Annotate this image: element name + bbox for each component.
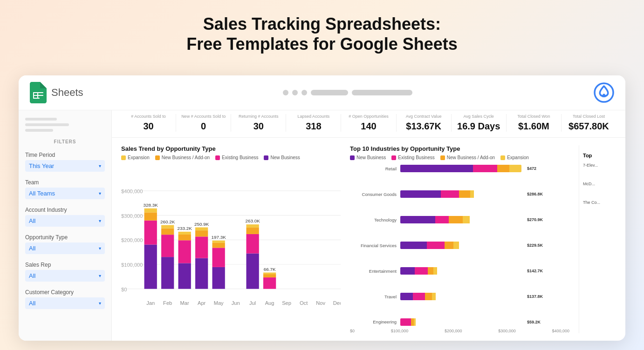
svg-text:Jan: Jan bbox=[146, 301, 155, 306]
hbar-segment-2-0 bbox=[400, 216, 435, 223]
filters-label: FILTERS bbox=[25, 139, 105, 144]
svg-text:Apr: Apr bbox=[198, 301, 206, 306]
hbar-segment-1-2 bbox=[459, 190, 470, 198]
hbar-legend-color-0 bbox=[350, 155, 355, 160]
hbar-xaxis-label-2: $200,000 bbox=[445, 329, 462, 333]
hbar-xaxis-label-1: $100,000 bbox=[391, 329, 409, 333]
hbar-track-5 bbox=[400, 293, 521, 300]
svg-rect-40 bbox=[212, 267, 225, 289]
chevron-down-icon: ▾ bbox=[99, 163, 101, 168]
stat-item-3: Lapsed Accounts 318 bbox=[286, 114, 341, 132]
hbar-segment-4-1 bbox=[415, 267, 428, 275]
sidebar-line-3 bbox=[25, 129, 53, 132]
hbar-legend-color-2 bbox=[440, 155, 445, 160]
bar-chart-title: Sales Trend by Opportunity Type bbox=[121, 145, 341, 152]
filter-time-period-select[interactable]: This Year ▾ bbox=[25, 160, 105, 172]
filter-opportunity-type: Opportunity Type All ▾ bbox=[25, 234, 105, 254]
svg-rect-41 bbox=[212, 248, 225, 268]
stat-value-8: $657.80K bbox=[569, 121, 609, 132]
svg-text:250.9K: 250.9K bbox=[194, 222, 209, 227]
tab-dots bbox=[283, 90, 412, 95]
stat-value-4: 140 bbox=[361, 121, 376, 132]
stat-value-1: 0 bbox=[201, 121, 206, 132]
legend-label-0: Expansion bbox=[128, 155, 150, 160]
main-content: FILTERS Time Period This Year ▾ Team All… bbox=[19, 110, 625, 341]
filter-opportunity-type-select[interactable]: All ▾ bbox=[25, 242, 105, 254]
tab-dot-2[interactable] bbox=[292, 90, 298, 95]
filter-team-label: Team bbox=[25, 179, 105, 186]
svg-rect-53 bbox=[263, 277, 276, 289]
right-panel: Top 7-Elev... McD... The Co... bbox=[579, 145, 616, 333]
tab-dot-3[interactable] bbox=[301, 90, 307, 95]
tab-long[interactable] bbox=[352, 90, 412, 95]
hbar-legend-item-3: Expansion bbox=[500, 155, 529, 160]
stat-label-5: Avg Contract Value bbox=[406, 114, 442, 119]
stat-value-0: 30 bbox=[143, 121, 153, 132]
hbar-segment-1-3 bbox=[470, 190, 474, 198]
svg-text:May: May bbox=[214, 301, 224, 306]
hbar-segment-6-2 bbox=[414, 318, 415, 326]
svg-rect-30 bbox=[178, 235, 191, 240]
hbar-segment-1-0 bbox=[400, 190, 441, 198]
filter-customer-category-select[interactable]: All ▾ bbox=[25, 297, 105, 309]
legend-color-1 bbox=[155, 155, 160, 160]
sidebar-line-1 bbox=[25, 118, 57, 121]
hbar-row-6: Engineering $59.2K bbox=[350, 318, 569, 326]
tab-dot-1[interactable] bbox=[283, 90, 288, 95]
svg-text:197.3K: 197.3K bbox=[211, 235, 226, 240]
filter-customer-category: Customer Category All ▾ bbox=[25, 289, 105, 309]
svg-text:Feb: Feb bbox=[163, 301, 172, 306]
tab-dot-active[interactable] bbox=[311, 90, 348, 95]
hbar-segment-3-1 bbox=[427, 242, 445, 249]
hbar-row-4: Entertainment $142.7K bbox=[350, 267, 569, 275]
filter-team-select[interactable]: All Teams ▾ bbox=[25, 188, 105, 199]
hbar-row-3: Financial Services $229.5K bbox=[350, 242, 569, 249]
hbar-legend-color-3 bbox=[500, 155, 505, 160]
svg-text:Sep: Sep bbox=[282, 301, 291, 306]
hbar-track-0 bbox=[400, 165, 521, 172]
filter-account-industry-select[interactable]: All ▾ bbox=[25, 215, 105, 227]
svg-rect-17 bbox=[144, 221, 157, 245]
svg-rect-3 bbox=[33, 92, 34, 99]
stat-item-2: Returning # Accounts 30 bbox=[231, 114, 286, 132]
hbar-legend-label-2: New Business / Add-on bbox=[447, 155, 495, 160]
hbar-legend-item-0: New Business bbox=[350, 155, 386, 160]
filter-sales-rep-select[interactable]: All ▾ bbox=[25, 270, 105, 282]
sidebar-line-2 bbox=[25, 123, 69, 126]
hbar-row-2: Technology $270.9K bbox=[350, 216, 569, 223]
chevron-down-icon-6: ▾ bbox=[99, 301, 101, 306]
hbar-segment-5-1 bbox=[413, 293, 425, 300]
stat-item-4: # Open Opportunities 140 bbox=[341, 114, 396, 132]
sheets-logo: Sheets bbox=[30, 82, 83, 103]
hbar-label-6: Engineering bbox=[350, 319, 397, 324]
svg-text:260.2K: 260.2K bbox=[160, 219, 175, 224]
stat-label-1: New # Accounts Sold to bbox=[181, 114, 226, 119]
right-panel-title: Top bbox=[583, 153, 612, 158]
svg-text:263.0K: 263.0K bbox=[245, 219, 260, 224]
svg-rect-22 bbox=[161, 257, 174, 289]
hbar-value-3: $229.5K bbox=[527, 243, 543, 248]
hbar-value-2: $270.9K bbox=[527, 217, 543, 222]
svg-rect-23 bbox=[161, 235, 174, 257]
hbar-xaxis-label-3: $300,000 bbox=[498, 329, 516, 333]
stat-label-3: Lapsed Accounts bbox=[298, 114, 330, 119]
hbar-label-5: Travel bbox=[350, 294, 397, 299]
hbar-segment-3-2 bbox=[445, 242, 453, 249]
hbar-segment-4-2 bbox=[428, 267, 433, 275]
hbar-segment-3-3 bbox=[453, 242, 459, 249]
hbar-legend-label-0: New Business bbox=[356, 155, 386, 160]
svg-rect-35 bbox=[195, 237, 208, 258]
filter-sales-rep: Sales Rep All ▾ bbox=[25, 262, 105, 282]
stat-label-2: Returning # Accounts bbox=[239, 114, 279, 119]
filter-account-industry-label: Account Industry bbox=[25, 207, 105, 213]
svg-rect-2 bbox=[33, 98, 40, 99]
legend-label-1: New Business / Add-on bbox=[162, 155, 210, 160]
svg-text:$300,000: $300,000 bbox=[121, 213, 143, 219]
hbar-track-6 bbox=[400, 318, 521, 326]
filter-account-industry: Account Industry All ▾ bbox=[25, 207, 105, 227]
chevron-down-icon-5: ▾ bbox=[99, 273, 101, 278]
svg-rect-34 bbox=[195, 258, 208, 289]
stat-value-5: $13.67K bbox=[406, 121, 441, 132]
hbar-xaxis-label-0: $0 bbox=[350, 329, 355, 333]
charts-area: Sales Trend by Opportunity Type Expansio… bbox=[112, 138, 625, 341]
